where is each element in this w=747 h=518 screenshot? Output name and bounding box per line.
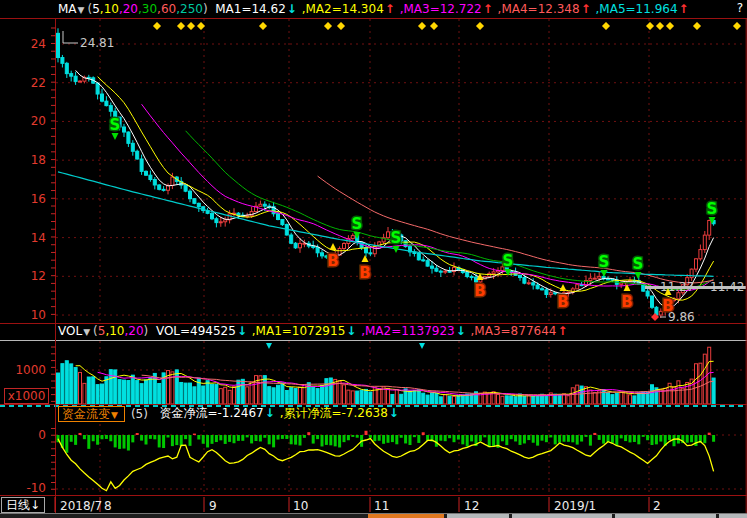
volume-scale-label: x1000 — [4, 388, 49, 404]
indicator-param: ,20 — [124, 324, 143, 338]
indicator-value: MA1=14.62 — [208, 2, 286, 16]
event-diamond-icon[interactable] — [430, 22, 438, 30]
buy-signal: B — [662, 297, 673, 315]
event-diamond-icon[interactable] — [418, 22, 426, 30]
up-arrow-icon: ↑ — [557, 324, 567, 338]
event-diamond-icon[interactable] — [693, 22, 701, 30]
price-axis-label: 12 — [31, 269, 46, 283]
scrollbar-segment[interactable] — [615, 514, 716, 518]
fundflow-param: (5) — [131, 407, 148, 421]
date-label: 2019/1 — [554, 499, 596, 513]
sell-arrow-icon — [601, 270, 608, 277]
indicator-value: ,累计净流=-7.2638 — [276, 406, 388, 420]
event-diamond-icon[interactable] — [259, 22, 267, 30]
ma-indicator-dropdown[interactable]: MA▼ — [58, 2, 87, 16]
indicator-value: ,MA3=12.722 — [396, 2, 482, 16]
indicator-param: ,60 — [157, 2, 176, 16]
vol-indicator-label: VOL — [58, 324, 82, 338]
date-label: 11 — [374, 499, 389, 513]
fundflow-axis-label-zero: 0 — [0, 428, 46, 442]
down-arrow-icon: ↓ — [30, 498, 40, 512]
up-arrow-icon: ↑ — [581, 2, 591, 16]
down-arrow-icon: ↓ — [237, 324, 247, 338]
event-diamond-icon[interactable] — [656, 22, 664, 30]
sell-arrow-icon — [635, 272, 642, 279]
scrollbar-segment[interactable] — [447, 514, 509, 518]
event-diamond-icon[interactable] — [646, 22, 654, 30]
bottom-scrollbar — [0, 514, 747, 518]
fundflow-indicator-dropdown[interactable]: 资金流变▼ — [58, 406, 125, 422]
buy-signal: B — [621, 293, 632, 311]
volume-signal-arrow-icon — [266, 343, 272, 349]
buy-signal: B — [557, 293, 568, 311]
event-diamond-icon[interactable] — [476, 22, 484, 30]
event-diamond-icon[interactable] — [733, 22, 741, 30]
sell-signal: S — [599, 253, 610, 271]
indicator-value: ,MA5=11.964 — [592, 2, 678, 16]
sell-arrow-icon — [112, 133, 119, 140]
date-label: 2 — [653, 499, 661, 513]
up-arrow-icon: ↑ — [679, 2, 689, 16]
chevron-down-icon: ▼ — [78, 5, 85, 15]
volume-bars — [57, 343, 716, 404]
chevron-down-icon: ▼ — [83, 327, 90, 337]
buy-signal: B — [359, 264, 370, 282]
ma-params: 5,10,20,30,60,250 — [92, 2, 203, 16]
event-diamond-icon[interactable] — [153, 22, 161, 30]
scrollbar-segment[interactable] — [719, 514, 747, 518]
event-diamond-icon[interactable] — [177, 22, 185, 30]
price-axis-label: 24 — [31, 37, 46, 51]
down-arrow-icon: ↓ — [265, 406, 275, 420]
price-axis-label: 14 — [31, 231, 46, 245]
indicator-param: ,30 — [138, 2, 157, 16]
fundflow-axis-label-minus10: -10 — [0, 481, 46, 495]
price-axis-labels: 2422201816141210 — [31, 37, 46, 322]
buy-signal: B — [474, 282, 485, 300]
high-price-label: 24.81 — [80, 36, 114, 50]
vol-values: VOL=494525↓ ,MA1=1072915↓ ,MA2=1137923↓ … — [148, 324, 568, 338]
indicator-param: ,10 — [100, 2, 119, 16]
volume-signal-arrow-icon — [419, 343, 425, 349]
up-arrow-icon: ↑ — [483, 2, 493, 16]
help-icon[interactable]: ? — [737, 1, 743, 15]
date-label: 9 — [209, 499, 217, 513]
buy-signal: B — [327, 252, 338, 270]
buy-arrow-icon — [362, 255, 369, 262]
scrollbar-thumb[interactable] — [368, 514, 444, 518]
period-selector[interactable]: 日线↓ — [1, 497, 45, 513]
event-diamond-icon[interactable] — [602, 22, 610, 30]
event-diamond-icon[interactable] — [324, 22, 332, 30]
date-label: 12 — [464, 499, 479, 513]
event-diamond-icon[interactable] — [337, 22, 345, 30]
date-label: 2018/7 — [60, 499, 102, 513]
ma-indicator-label: MA — [58, 2, 77, 16]
price-axis-label: 18 — [31, 153, 46, 167]
event-diamond-icon[interactable] — [187, 22, 195, 30]
scrollbar-segment[interactable] — [512, 514, 612, 518]
sell-signal: S — [391, 229, 402, 247]
annotations: 11.2711.4224.819.86 — [63, 31, 746, 324]
indicator-value: ,MA2=1137923 — [357, 324, 454, 338]
indicator-param: ,250 — [176, 2, 203, 16]
main-indicator-header: MA▼ (5,10,20,30,60,250) MA1=14.62↓ ,MA2=… — [0, 0, 690, 18]
event-diamond-icon[interactable] — [666, 22, 674, 30]
indicator-param: 5 — [92, 2, 100, 16]
chart-canvas[interactable]: 11.2711.4224.819.86SSSSSSSBBBBBB24222018… — [0, 0, 747, 518]
sell-signal: S — [352, 215, 363, 233]
fundflow-bars — [57, 431, 716, 453]
sell-signal: S — [110, 116, 121, 134]
fundflow-indicator-label: 资金流变 — [62, 407, 110, 421]
chevron-down-icon: ▼ — [111, 410, 118, 420]
event-diamond-icon[interactable] — [197, 22, 205, 30]
ma-values: MA1=14.62↓ ,MA2=14.304↑ ,MA3=12.722↑ ,MA… — [208, 2, 690, 16]
indicator-value: ,MA1=1072915 — [248, 324, 345, 338]
ma-lines — [58, 70, 714, 307]
indicator-value: ,MA2=14.304 — [298, 2, 384, 16]
cumulative-fundflow-line — [58, 439, 714, 491]
indicator-value: ,MA3=877644 — [467, 324, 557, 338]
sell-signal: S — [707, 200, 718, 218]
vol-indicator-dropdown[interactable]: VOL▼ — [58, 324, 93, 338]
sell-signal: S — [503, 252, 514, 270]
vol-params: 5,10,20 — [98, 324, 144, 338]
indicator-param: ,20 — [119, 2, 138, 16]
